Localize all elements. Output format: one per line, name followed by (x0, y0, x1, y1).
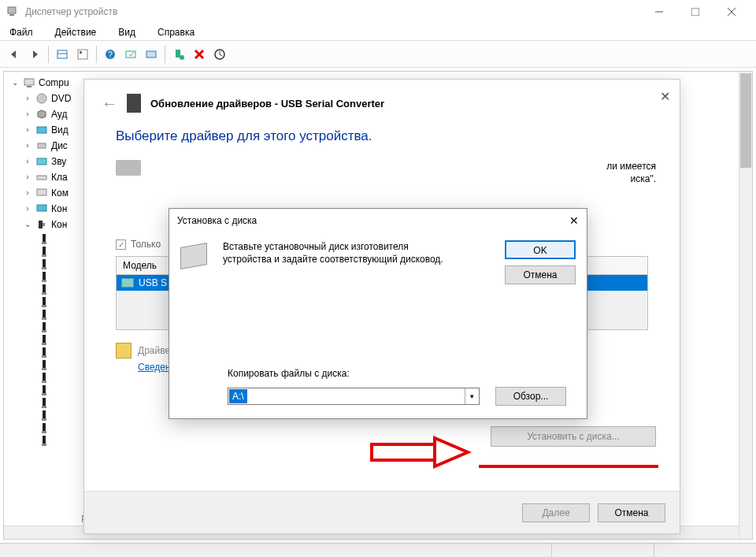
menu-file[interactable]: Файл (5, 25, 38, 39)
svg-rect-59 (42, 418, 46, 421)
menu-help[interactable]: Справка (153, 25, 199, 39)
window-controls (641, 1, 750, 23)
svg-rect-64 (372, 444, 435, 460)
svg-rect-55 (42, 393, 46, 395)
install-from-disk-button[interactable]: Установить с диска... (491, 426, 656, 447)
enable-device-icon[interactable] (169, 45, 188, 64)
svg-rect-44 (43, 322, 46, 330)
maximize-button[interactable] (677, 1, 713, 23)
svg-rect-50 (43, 360, 46, 368)
show-hidden-icon[interactable] (53, 45, 72, 64)
card-icon (121, 278, 134, 288)
install-from-disk-dialog: Установка с диска ✕ Вставьте установочны… (169, 208, 587, 419)
svg-rect-54 (43, 385, 46, 393)
forward-button[interactable] (25, 45, 44, 64)
statusbar (0, 543, 756, 557)
menubar: Файл Действие Вид Справка (0, 24, 756, 41)
tree-root-label: Compu (39, 75, 69, 91)
svg-rect-62 (43, 436, 46, 444)
model-selected-label: USB S (139, 277, 167, 288)
svg-rect-39 (42, 292, 46, 295)
svg-rect-22 (37, 127, 46, 133)
device-icon (127, 94, 141, 113)
svg-rect-51 (42, 368, 46, 370)
svg-rect-27 (37, 205, 46, 211)
wizard-hint-tail1: ли имеется (606, 161, 656, 172)
svg-rect-36 (43, 272, 46, 280)
svg-rect-49 (42, 355, 46, 358)
copy-from-label: Копировать файлы с диска: (228, 368, 350, 379)
svg-rect-30 (43, 234, 46, 242)
titlebar: Диспетчер устройств (0, 0, 756, 24)
svg-rect-45 (42, 330, 46, 332)
scan-icon[interactable] (121, 45, 140, 64)
svg-rect-32 (43, 247, 46, 254)
help-icon[interactable]: ? (101, 45, 120, 64)
path-combobox[interactable]: A:\ ▾ (228, 388, 480, 405)
svg-rect-42 (43, 310, 46, 317)
svg-rect-33 (42, 254, 46, 257)
svg-rect-13 (146, 51, 156, 58)
svg-text:?: ? (108, 50, 113, 59)
uninstall-icon[interactable] (190, 45, 209, 64)
app-icon (6, 6, 19, 18)
svg-rect-23 (38, 143, 46, 148)
svg-rect-1 (9, 14, 14, 16)
svg-rect-57 (42, 406, 46, 408)
close-button[interactable] (713, 1, 750, 23)
next-button[interactable]: Далее (522, 503, 590, 522)
svg-rect-26 (37, 189, 46, 195)
ok-button[interactable]: OK (505, 240, 576, 259)
wizard-footer: Далее Отмена (84, 491, 680, 533)
svg-rect-29 (43, 223, 45, 226)
svg-rect-52 (43, 373, 46, 381)
svg-rect-41 (42, 305, 46, 307)
svg-rect-47 (42, 343, 46, 345)
update-driver-icon[interactable] (142, 45, 161, 64)
computer-icon (23, 76, 35, 89)
svg-rect-37 (42, 280, 46, 282)
svg-rect-56 (43, 398, 46, 406)
annotation-arrow-icon (370, 433, 472, 471)
disk-cancel-button[interactable]: Отмена (505, 266, 576, 284)
svg-rect-3 (691, 8, 699, 16)
svg-rect-19 (24, 79, 34, 85)
wizard-close-button[interactable]: ✕ (660, 89, 670, 104)
disk-dialog-close-button[interactable]: ✕ (569, 214, 579, 227)
back-button[interactable] (5, 45, 24, 64)
svg-rect-53 (42, 381, 46, 383)
svg-rect-14 (176, 50, 180, 58)
svg-rect-40 (43, 297, 46, 305)
svg-rect-24 (37, 158, 46, 165)
svg-rect-60 (43, 423, 46, 431)
disk-dialog-title: Установка с диска (177, 215, 257, 226)
menu-action[interactable]: Действие (50, 25, 102, 39)
browse-button[interactable]: Обзор... (495, 387, 566, 406)
minimize-button[interactable] (641, 1, 677, 23)
svg-rect-48 (43, 347, 46, 355)
chevron-down-icon[interactable]: ▾ (465, 388, 479, 404)
checkbox-icon[interactable]: ✓ (116, 240, 126, 250)
svg-rect-61 (42, 431, 46, 433)
scan-hardware-icon[interactable] (210, 45, 229, 64)
wizard-instruction: Выберите драйвер для этого устройства. (84, 121, 680, 160)
floppy-disk-icon (180, 240, 212, 269)
properties-icon[interactable] (73, 45, 92, 64)
svg-rect-46 (43, 335, 46, 343)
svg-rect-8 (78, 50, 87, 59)
svg-rect-0 (8, 7, 16, 13)
caret-icon[interactable]: ⌄ (10, 75, 20, 91)
svg-rect-35 (42, 267, 46, 269)
annotation-underline (479, 465, 658, 468)
svg-rect-25 (37, 176, 46, 180)
svg-point-21 (37, 94, 46, 103)
svg-rect-43 (42, 317, 46, 320)
cancel-button[interactable]: Отмена (598, 503, 665, 522)
wizard-back-button[interactable]: ← (102, 95, 117, 113)
svg-rect-38 (43, 284, 46, 292)
vertical-scrollbar[interactable] (739, 72, 752, 539)
svg-rect-9 (80, 51, 82, 54)
toolbar: ? (0, 41, 756, 68)
menu-view[interactable]: Вид (113, 25, 140, 39)
shield-icon (116, 343, 132, 358)
